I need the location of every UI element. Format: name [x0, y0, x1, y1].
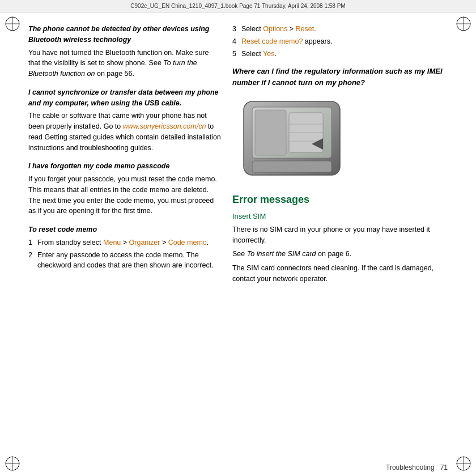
section-error-messages: Error messages Insert SIM There is no SI… [232, 192, 448, 284]
footer: Troubleshooting 71 [386, 464, 448, 471]
bluetooth-body: You have not turned the Bluetooth functi… [28, 48, 221, 79]
usb-body: The cable or software that came with you… [28, 110, 221, 153]
reset-title: To reset code memo [28, 224, 221, 235]
header-text: C902c_UG_EN China_1210_4097_1.book Page … [130, 3, 345, 9]
content-area: The phone cannot be detected by other de… [28, 12, 448, 459]
insert-sim-body1: There is no SIM card in your phone or yo… [232, 224, 448, 246]
insert-sim-title: Insert SIM [232, 211, 448, 222]
section-usb: I cannot synchronize or transfer data be… [28, 87, 221, 154]
usb-title: I cannot synchronize or transfer data be… [28, 87, 221, 109]
right-column: 3 Select Options > Reset. 4 Reset code m… [232, 12, 448, 459]
section-codememo: I have forgotten my code memo passcode I… [28, 161, 221, 216]
step-3: 3 Select Options > Reset. [232, 24, 448, 35]
svg-rect-20 [252, 161, 332, 172]
step-4: 4 Reset code memo? appears. [232, 36, 448, 47]
step-5: 5 Select Yes. [232, 49, 448, 60]
step-2: 2 Enter any passcode to access the code … [28, 250, 221, 271]
sim-card-link: To insert the SIM card [247, 250, 316, 258]
reset-steps-left: 1 From standby select Menu > Organizer >… [28, 237, 221, 271]
phone-image [232, 96, 357, 184]
insert-sim-body4: The SIM card connectors need cleaning. I… [232, 263, 448, 284]
codememo-body: If you forget your passcode, you must re… [28, 174, 221, 216]
section-reset: To reset code memo 1 From standby select… [28, 224, 221, 271]
question-title: Where can I find the regulatory informat… [232, 66, 448, 88]
header-bar: C902c_UG_EN China_1210_4097_1.book Page … [0, 0, 476, 12]
corner-mark-bl [5, 456, 20, 471]
corner-mark-br [456, 456, 471, 471]
corner-mark-tl [5, 16, 20, 32]
error-messages-title: Error messages [232, 192, 448, 207]
usb-link: www.sonyericsson.com/cn [123, 122, 206, 130]
corner-mark-tr [456, 16, 471, 32]
bluetooth-title: The phone cannot be detected by other de… [28, 24, 221, 45]
reset-steps-right: 3 Select Options > Reset. 4 Reset code m… [232, 24, 448, 59]
page-container: C902c_UG_EN China_1210_4097_1.book Page … [0, 0, 476, 476]
insert-sim-body2: See To insert the SIM card on page 6. [232, 249, 448, 260]
svg-rect-18 [255, 110, 286, 155]
left-column: The phone cannot be detected by other de… [28, 12, 221, 459]
section-question: Where can I find the regulatory informat… [232, 66, 448, 88]
codememo-title: I have forgotten my code memo passcode [28, 161, 221, 172]
phone-image-container [232, 96, 357, 186]
footer-section: Troubleshooting [386, 464, 435, 471]
footer-page: 71 [440, 464, 448, 471]
step-1: 1 From standby select Menu > Organizer >… [28, 237, 221, 248]
section-bluetooth: The phone cannot be detected by other de… [28, 24, 221, 79]
